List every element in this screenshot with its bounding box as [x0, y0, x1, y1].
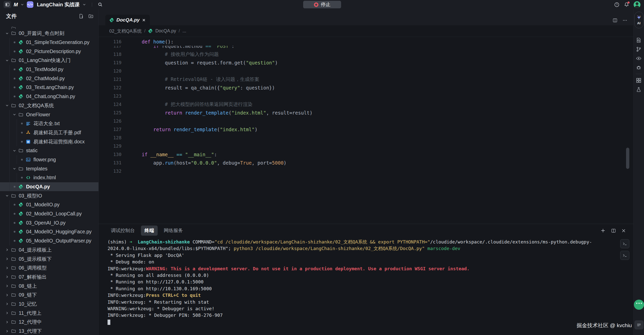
- new-folder-icon[interactable]: [88, 14, 93, 19]
- breadcrumb-file[interactable]: DocQA.py: [155, 28, 176, 34]
- tree-item[interactable]: 01_LangChain快速入门: [0, 56, 98, 65]
- split-terminal-icon[interactable]: [611, 228, 616, 233]
- user-avatar[interactable]: [634, 1, 640, 8]
- tree-item[interactable]: 花语大全.txt: [0, 119, 98, 128]
- tree-item[interactable]: 05_ModelIO_OutputParser.py: [0, 236, 98, 245]
- tree-item[interactable]: 13_代理下: [0, 327, 98, 335]
- chevron-down-icon[interactable]: [11, 167, 17, 171]
- git-branch-icon[interactable]: [636, 47, 642, 52]
- flask-icon[interactable]: [636, 87, 642, 92]
- project-title[interactable]: LangChain 实战课: [37, 1, 80, 8]
- code-editor[interactable]: 116def home():117 if request.method == '…: [99, 37, 633, 224]
- terminal-output[interactable]: (shims) ➜ LangChain-shizhanke COMMAND="c…: [99, 237, 633, 335]
- tree-item[interactable]: 02_ChatModel.py: [0, 74, 98, 83]
- breadcrumb[interactable]: 02_文档QA系统 / DocQA.py / ...: [99, 25, 633, 37]
- close-icon[interactable]: [142, 18, 146, 22]
- tree-item[interactable]: [0, 23, 98, 29]
- new-terminal-icon[interactable]: [600, 228, 606, 233]
- tree-item[interactable]: 01_SimpleTextGeneration.py: [0, 38, 98, 47]
- bug-icon[interactable]: [636, 65, 642, 70]
- tree-item[interactable]: flower.png: [0, 155, 98, 164]
- chevron-down-icon[interactable]: [11, 149, 17, 153]
- notifications-button[interactable]: [624, 2, 629, 7]
- terminal-session-item[interactable]: [620, 251, 629, 260]
- tree-item[interactable]: 03_OpenAI_IO.py: [0, 218, 98, 227]
- sidebar-toggle-button[interactable]: [4, 1, 11, 8]
- chevron-right-icon[interactable]: [4, 320, 10, 324]
- chevron-down-icon[interactable]: [4, 103, 10, 107]
- terminal-line: * Running on http://127.0.0.1:5000: [108, 279, 633, 285]
- tree-item[interactable]: W易速鲜花运营指南.docx: [0, 137, 98, 146]
- tree-item[interactable]: 00_开篇词_奇点时刻: [0, 29, 98, 38]
- search-icon[interactable]: [98, 2, 103, 7]
- chevron-down-icon[interactable]: [82, 3, 86, 7]
- file-tree[interactable]: 00_开篇词_奇点时刻01_SimpleTextGeneration.py02_…: [0, 23, 98, 335]
- chevron-right-icon[interactable]: [4, 257, 10, 261]
- python-icon: [17, 85, 24, 90]
- chevron-right-icon[interactable]: [4, 284, 10, 288]
- tree-item[interactable]: 09_链下: [0, 291, 98, 300]
- panel-tab-网络服务[interactable]: 网络服务: [160, 226, 186, 236]
- new-file-icon[interactable]: [79, 14, 84, 19]
- chevron-right-icon[interactable]: [4, 248, 10, 252]
- tree-item-label: 04_ModelIO_HuggingFace.py: [26, 229, 92, 235]
- bottom-widget-icon[interactable]: [634, 320, 643, 329]
- tree-item[interactable]: 12_代理中: [0, 318, 98, 327]
- more-actions-icon[interactable]: [622, 18, 627, 23]
- tree-item[interactable]: 04_ModelIO_HuggingFace.py: [0, 227, 98, 236]
- tree-item[interactable]: 03_TextLangChain.py: [0, 83, 98, 92]
- chevron-down-icon[interactable]: [20, 3, 24, 7]
- marscode-logo[interactable]: M: [14, 2, 18, 8]
- assistant-bubble[interactable]: [634, 300, 644, 310]
- tree-item[interactable]: 02_ModelIO_LoopCall.py: [0, 209, 98, 218]
- tree-item[interactable]: 07_解析输出: [0, 273, 98, 282]
- editor-scrollbar[interactable]: [626, 148, 629, 169]
- file-search-icon[interactable]: [636, 37, 642, 43]
- tree-item[interactable]: index.html: [0, 173, 98, 182]
- panel-tab-调试控制台[interactable]: 调试控制台: [107, 226, 138, 236]
- ai-assistant-button[interactable]: AI: [634, 12, 643, 28]
- chevron-right-icon[interactable]: [4, 266, 10, 270]
- breadcrumb-folder[interactable]: 02_文档QA系统: [109, 28, 142, 34]
- chevron-down-icon[interactable]: [4, 194, 10, 198]
- stop-button[interactable]: 停止: [303, 1, 341, 8]
- terminal-session-item[interactable]: [620, 239, 629, 248]
- tree-item[interactable]: 05_提示模板下: [0, 254, 98, 263]
- panel-tab-终端[interactable]: 终端: [141, 226, 158, 236]
- chevron-down-icon[interactable]: [4, 58, 10, 62]
- tree-item[interactable]: 04_ChatLongChain.py: [0, 92, 98, 101]
- tree-item[interactable]: 02_文档QA系统: [0, 101, 98, 110]
- folder-icon: [10, 193, 17, 198]
- tree-item[interactable]: 04_提示模板上: [0, 245, 98, 255]
- chevron-right-icon[interactable]: [4, 293, 10, 297]
- eye-icon[interactable]: [636, 56, 642, 61]
- chevron-right-icon[interactable]: [4, 302, 10, 306]
- tree-item[interactable]: 06_调用模型: [0, 263, 98, 273]
- split-editor-icon[interactable]: [613, 18, 617, 23]
- close-panel-icon[interactable]: [621, 229, 626, 233]
- tree-item[interactable]: 易速鲜花员工手册.pdf: [0, 128, 98, 137]
- tree-item[interactable]: 02_PictureDescription.py: [0, 47, 98, 56]
- tree-item[interactable]: static: [0, 146, 98, 155]
- extensions-icon[interactable]: [636, 78, 642, 83]
- chevron-right-icon[interactable]: [4, 329, 10, 333]
- breadcrumb-symbol[interactable]: ...: [182, 28, 186, 34]
- tree-item[interactable]: 10_记忆: [0, 300, 98, 309]
- chevron-down-icon[interactable]: [11, 113, 17, 117]
- chevron-right-icon[interactable]: [4, 311, 10, 315]
- tree-item[interactable]: 03_模型IO: [0, 191, 98, 200]
- tree-item[interactable]: 01_ModelIO.py: [0, 200, 98, 209]
- tree-item[interactable]: 01_TextModel.py: [0, 65, 98, 74]
- tab-docqa[interactable]: DocQA.py: [105, 15, 150, 25]
- help-icon[interactable]: ?: [614, 2, 619, 7]
- svg-text:W: W: [27, 140, 30, 143]
- tree-item[interactable]: DocQA.py: [0, 182, 98, 191]
- line-number: 129: [99, 143, 121, 149]
- tree-item[interactable]: 08_链上: [0, 281, 98, 291]
- tree-item[interactable]: templates: [0, 164, 98, 173]
- chevron-right-icon[interactable]: [4, 275, 10, 279]
- tree-item-label: 06_调用模型: [19, 264, 47, 271]
- tree-item[interactable]: OneFlower: [0, 110, 98, 119]
- tree-item[interactable]: 11_代理上: [0, 308, 98, 318]
- chevron-down-icon[interactable]: [4, 31, 10, 35]
